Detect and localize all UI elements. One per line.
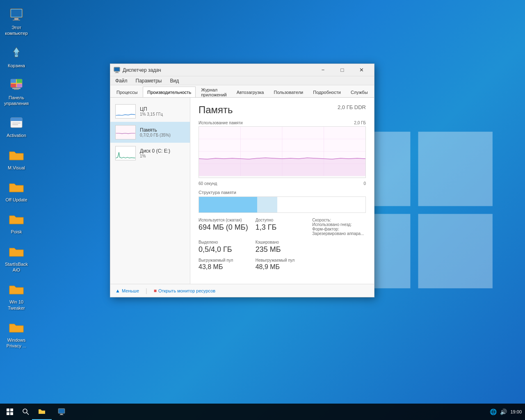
tab-apphistory[interactable]: Журнал приложений: [196, 87, 231, 97]
chart-label-bottom: 60 секунд 0: [199, 181, 366, 186]
disk-mini-chart: [115, 146, 136, 160]
tab-users[interactable]: Пользователи: [269, 87, 308, 97]
desktop-icon-offupdate-label: Off Update: [6, 197, 27, 203]
tray-volume-icon[interactable]: 🔊: [500, 409, 507, 415]
stat-paged: Выгружаемый пул 43,8 МБ: [199, 258, 252, 271]
desktop-icon-winprivacy-label: Windows Privacy ...: [2, 337, 31, 349]
disk-info: Диск 0 (C: E:) 1%: [140, 148, 185, 158]
desktop-icon-winprivacy[interactable]: Windows Privacy ...: [0, 317, 33, 352]
stat-committed-label: Выделено: [199, 240, 252, 244]
panel-header: Память 2,0 ГБ DDR: [199, 104, 366, 116]
desktop-icon-win10tweaker[interactable]: Win 10 Tweaker: [0, 278, 33, 313]
stat-cached: Кэшировано 235 МБ: [256, 240, 309, 254]
svg-rect-13: [11, 84, 16, 87]
desktop-icon-mvisual[interactable]: M.Visual: [0, 144, 33, 173]
menu-bar: Файл Параметры Вид: [110, 76, 374, 85]
stat-available-value: 1,3 ГБ: [256, 223, 309, 232]
stat-available-label: Доступно: [256, 218, 309, 222]
tab-performance[interactable]: Производительность: [143, 87, 196, 97]
recycle-icon: ♻: [8, 45, 25, 61]
memory-used-segment: [199, 197, 257, 212]
offupdate-folder-icon: [8, 179, 25, 195]
svg-rect-37: [7, 409, 9, 411]
computer-icon: [8, 7, 25, 23]
taskbar-taskmgr-button[interactable]: [52, 404, 71, 420]
stat-cached-label: Кэшировано: [256, 240, 309, 244]
menu-file[interactable]: Файл: [114, 77, 129, 84]
stat-nonpaged: Невыгружаемый пул 48,9 МБ: [256, 258, 309, 271]
stat-used: Используется (сжатая) 694 МБ (0 МБ): [199, 218, 252, 236]
svg-rect-5: [11, 9, 22, 17]
minimize-button[interactable]: −: [314, 64, 332, 76]
svg-marker-36: [199, 158, 365, 176]
svg-rect-6: [14, 18, 18, 20]
cpu-sub: 1% 3,15 ГГц: [140, 112, 185, 116]
footer-monitor-text: Открыть монитор ресурсов: [158, 288, 215, 293]
desktop-icon-control-panel-label: Панель управления: [2, 95, 31, 107]
stat-committed-value: 0,5/4,0 ГБ: [199, 245, 252, 254]
desktop-icon-activation[interactable]: Activation: [0, 112, 33, 141]
taskbar-clock[interactable]: 19:00: [510, 409, 522, 415]
svg-rect-27: [116, 126, 135, 139]
desktop-icon-control-panel[interactable]: Панель управления: [0, 74, 33, 109]
desktop-icon-startisback-label: StartIsBack AiO: [2, 261, 31, 273]
tray-network-icon[interactable]: 🌐: [490, 409, 497, 415]
svg-rect-46: [59, 415, 64, 415]
taskbar-search-button[interactable]: [20, 404, 32, 420]
footer-less-link[interactable]: ▲ Меньше: [115, 288, 139, 294]
desktop-icon-recycle-label: Корзина: [8, 63, 25, 68]
tab-services[interactable]: Службы: [346, 87, 372, 97]
chart-label-usage: Использование памяти: [199, 121, 243, 125]
desktop-icon-offupdate[interactable]: Off Update: [0, 176, 33, 205]
sidebar: ЦП 1% 3,15 ГГц Память: [110, 98, 190, 284]
sidebar-item-memory[interactable]: Память 0,7/2,0 ГБ (35%): [110, 122, 190, 143]
window-title-text: Диспетчер задач: [123, 67, 314, 73]
svg-rect-22: [114, 68, 119, 71]
cpu-title: ЦП: [140, 106, 185, 112]
poisk-folder-icon: [8, 211, 25, 227]
clock-time: 19:00: [510, 409, 522, 415]
svg-rect-11: [11, 79, 16, 83]
desktop-icon-poisk[interactable]: Poisk: [0, 208, 33, 237]
tab-processes[interactable]: Процессы: [112, 87, 142, 97]
stat-slots-label: Использовано гнезд:: [312, 222, 366, 227]
structure-label: Структура памяти: [199, 190, 366, 195]
svg-point-41: [23, 409, 27, 413]
window-controls: − □ ✕: [314, 64, 371, 76]
tab-startup[interactable]: Автозагрузка: [232, 87, 269, 97]
svg-rect-39: [7, 412, 9, 415]
tab-details[interactable]: Подробности: [308, 87, 345, 97]
sidebar-item-cpu[interactable]: ЦП 1% 3,15 ГГц: [110, 101, 190, 122]
desktop-icon-startisback[interactable]: StartIsBack AiO: [0, 241, 33, 276]
menu-view[interactable]: Вид: [168, 77, 180, 84]
maximize-button[interactable]: □: [333, 64, 352, 76]
desktop-icon-activation-label: Activation: [7, 132, 26, 138]
close-button[interactable]: ✕: [352, 64, 371, 76]
chart-label-top: Использование памяти 2,0 ГБ: [199, 121, 366, 125]
taskbar-file-explorer[interactable]: [32, 404, 52, 420]
memory-sub: 0,7/2,0 ГБ (35%): [140, 133, 185, 137]
sidebar-item-disk[interactable]: Диск 0 (C: E:) 1%: [110, 143, 190, 164]
start-button[interactable]: [0, 404, 20, 420]
win10tweaker-folder-icon: [8, 281, 25, 297]
svg-rect-24: [115, 73, 119, 73]
desktop-icons-container: Этот компьютер ♻ Корзина: [0, 0, 33, 355]
svg-rect-3: [418, 214, 493, 288]
memory-title: Память: [140, 127, 185, 133]
stat-speed: Скорость: Использовано гнезд: Форм-факто…: [312, 218, 366, 236]
desktop-icon-recycle[interactable]: ♻ Корзина: [0, 42, 33, 71]
desktop-icon-computer[interactable]: Этот компьютер: [0, 4, 33, 39]
svg-rect-44: [59, 409, 64, 413]
window-titlebar[interactable]: Диспетчер задач − □ ✕: [110, 64, 374, 76]
chart-label-maxval: 2,0 ГБ: [354, 121, 366, 125]
svg-line-42: [27, 413, 29, 415]
memory-chart: [199, 126, 366, 178]
svg-rect-1: [418, 132, 493, 206]
menu-params[interactable]: Параметры: [134, 77, 164, 84]
taskbar: 🌐 🔊 19:00: [0, 404, 525, 420]
stat-used-label: Используется (сжатая): [199, 218, 252, 222]
monitor-icon: ■: [154, 288, 157, 294]
footer-monitor-link[interactable]: ■ Открыть монитор ресурсов: [154, 288, 215, 294]
memory-structure-bar: [199, 196, 366, 213]
desktop-icon-win10tweaker-label: Win 10 Tweaker: [2, 299, 31, 311]
